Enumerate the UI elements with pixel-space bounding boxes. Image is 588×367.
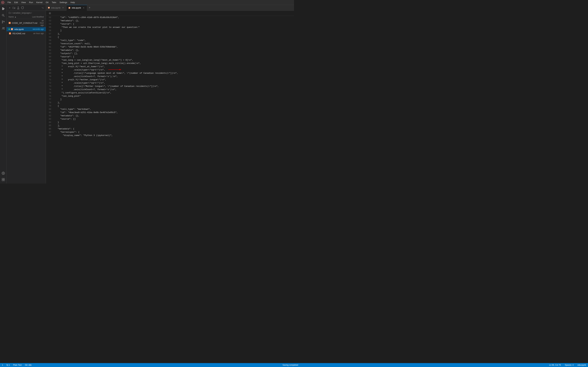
line-content: " y=alt.Y(\"mother_tongue\")\n",	[54, 78, 294, 81]
file-item-eda[interactable]: eda.ipynb seconds ago	[7, 27, 46, 31]
code-line: 60 "execution_count": null,	[46, 42, 294, 45]
tab-close-2[interactable]: ×	[82, 7, 85, 9]
line-content: "metadata": {},	[54, 49, 294, 52]
git-button[interactable]: ⌥	[41, 6, 44, 10]
line-number: 80	[46, 108, 54, 111]
line-number: 63	[46, 52, 54, 55]
code-line: 64 "source": [	[46, 55, 294, 58]
line-content: " .axis(tickCount=7, format='s')\n",	[54, 88, 294, 91]
code-line: 74 " .axis(tickCount=7, format='s')\n",	[46, 88, 294, 91]
line-number: 64	[46, 55, 54, 58]
tab-bar: eda.ipynb × eda.ipynb × +	[46, 5, 294, 11]
svg-rect-2	[2, 8, 4, 8]
upload-button[interactable]	[17, 6, 20, 10]
code-line: 71 " y=alt.Y(\"mother_tongue\")\n",	[46, 78, 294, 81]
app-logo	[1, 1, 4, 4]
file-list-header: Name ▲ Last Modified	[7, 15, 46, 19]
activity-source-control[interactable]	[1, 19, 6, 25]
menu-settings[interactable]: Settings	[58, 1, 69, 4]
code-line: 59 "cell_type": "code",	[46, 39, 294, 42]
code-line: 68 " .scale(type=\"sqrt\")\n",	[46, 68, 294, 72]
file-item-conduct[interactable]: M CODE_OF_CONDUCT.md an hour ago	[7, 19, 46, 27]
code-line: 58 {	[46, 35, 294, 39]
svg-rect-4	[2, 9, 4, 10]
code-line: 73 " .title([\"Mother tongue\", \"(numbe…	[46, 85, 294, 88]
editor-area: eda.ipynb × eda.ipynb × + 52 "id": "c4d9…	[46, 5, 294, 184]
new-folder-button[interactable]	[12, 6, 16, 10]
active-file-dot	[9, 28, 10, 30]
line-number: 78	[46, 101, 54, 104]
line-content: ]	[54, 98, 294, 101]
line-number: 62	[46, 49, 54, 52]
refresh-button[interactable]	[21, 6, 24, 10]
menu-tabs[interactable]: Tabs	[50, 1, 57, 4]
code-line: 53 "metadata": {},	[46, 19, 294, 22]
menu-git[interactable]: Git	[44, 1, 50, 4]
line-number: 68	[46, 68, 54, 72]
activity-bar-bottom	[1, 170, 6, 184]
sidebar-toolbar: + ⌥	[7, 5, 46, 11]
code-line: 86 "metadata": {	[46, 127, 294, 131]
line-content: "metadata": {},	[54, 114, 294, 117]
svg-line-6	[4, 16, 4, 17]
menu-run[interactable]: Run	[28, 1, 34, 4]
line-number: 69	[46, 72, 54, 75]
line-content: ],	[54, 124, 294, 127]
line-content: ]	[54, 29, 294, 32]
column-name[interactable]: Name ▲	[9, 16, 26, 18]
tab-eda-2[interactable]: eda.ipynb ×	[66, 5, 87, 11]
code-line: 61 "id": "d52ff882-5e33-4e4b-90d4-535b76…	[46, 45, 294, 49]
tab-icon-1	[48, 7, 50, 9]
nb-settings-icon[interactable]	[48, 11, 52, 15]
line-number: 73	[46, 85, 54, 88]
svg-rect-1	[2, 8, 3, 8]
line-number: 59	[46, 39, 54, 42]
code-line: 75 ").configure_axis(titleFontSize=12)\n…	[46, 91, 294, 94]
menu-kernel[interactable]: Kernel	[35, 1, 44, 4]
line-number: 60	[46, 42, 54, 45]
new-file-button[interactable]: +	[8, 6, 11, 10]
line-number: 76	[46, 94, 54, 98]
line-content: {	[54, 35, 294, 39]
line-number: 79	[46, 104, 54, 108]
line-number: 61	[46, 45, 54, 49]
activity-search[interactable]	[1, 13, 6, 18]
tab-eda-1[interactable]: eda.ipynb ×	[46, 5, 66, 11]
code-line: 70 " .axis(tickCount=7, format='s'),\n",	[46, 75, 294, 78]
line-number: 81	[46, 111, 54, 114]
file-item-readme[interactable]: M README.md an hour ago	[7, 31, 46, 35]
code-editor[interactable]: 52 "id": "c4d9507c-c994-41b0-d979-91d6c6…	[46, 16, 294, 184]
tab-close-1[interactable]: ×	[62, 6, 64, 9]
code-line: 65 "can_lang = can_lang[can_lang[\"most_…	[46, 58, 294, 62]
add-tab-button[interactable]: +	[87, 5, 92, 11]
line-number: 71	[46, 78, 54, 81]
activity-explorer[interactable]	[1, 6, 6, 11]
menu-file[interactable]: File	[6, 1, 12, 4]
svg-point-13	[3, 173, 4, 174]
svg-rect-17	[3, 180, 5, 181]
menu-edit[interactable]: Edit	[13, 1, 19, 4]
menu-help[interactable]: Help	[69, 1, 76, 4]
tab-label-1: eda.ipynb	[51, 7, 60, 9]
line-content: "cell_type": "code",	[54, 39, 294, 42]
code-line: 81 "id": "4bac3ea9-b251-41ba-8e8b-5e467e…	[46, 111, 294, 114]
line-number: 77	[46, 98, 54, 101]
svg-point-39	[50, 13, 50, 14]
line-content: "can_lang = can_lang[can_lang[\"most_at_…	[54, 58, 294, 62]
code-line: 82 "metadata": {},	[46, 114, 294, 117]
line-content: "id": "c4d9507c-c994-41b0-d979-91d6c69c9…	[54, 16, 294, 19]
activity-settings[interactable]	[1, 170, 6, 176]
code-line: 55 "Then we can create the scatter plot …	[46, 26, 294, 29]
line-number: 72	[46, 81, 54, 85]
line-number: 66	[46, 62, 54, 65]
code-line: 85 ],	[46, 124, 294, 127]
column-modified: Last Modified	[26, 16, 44, 18]
line-content: "id": "4bac3ea9-b251-41ba-8e8b-5e467e2e9…	[54, 111, 294, 114]
activity-bar	[0, 5, 7, 184]
line-content: "Then we can create the scatter plot to …	[54, 26, 294, 29]
line-number: 67	[46, 65, 54, 68]
activity-users[interactable]	[1, 26, 6, 31]
line-content: "display_name": "Python 3 (ipykernel)",	[54, 134, 294, 137]
activity-extensions[interactable]	[1, 177, 6, 182]
menu-view[interactable]: View	[20, 1, 27, 4]
